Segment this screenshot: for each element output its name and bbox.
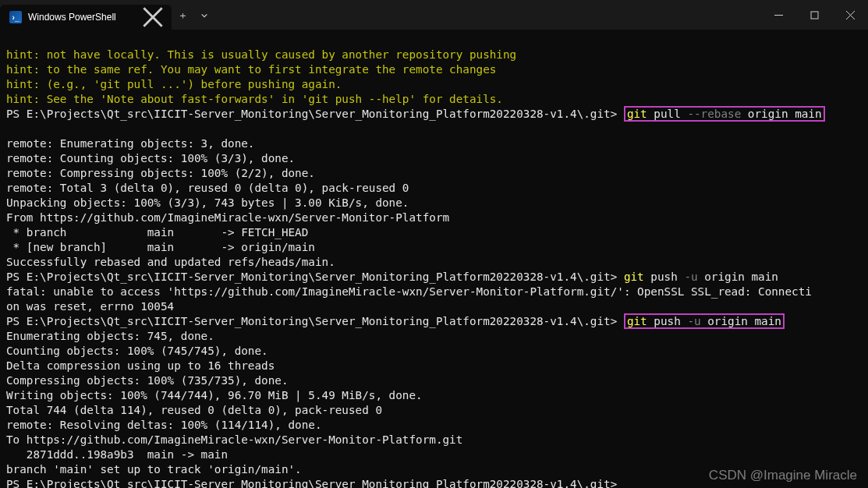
output-line: Total 744 (delta 114), reused 0 (delta 0…: [6, 404, 382, 416]
terminal-output[interactable]: hint: not have locally. This is usually …: [0, 30, 868, 488]
new-tab-button[interactable]: ＋: [172, 5, 193, 27]
powershell-icon: ›_: [9, 11, 22, 23]
output-line: Compressing objects: 100% (735/735), don…: [6, 374, 289, 387]
watermark: CSDN @Imagine Miracle: [709, 468, 857, 483]
hint-line: hint: to the same ref. You may want to f…: [6, 63, 496, 76]
output-line: remote: Enumerating objects: 3, done.: [6, 137, 254, 150]
hint-line: hint: See the 'Note about fast-forwards'…: [6, 93, 503, 105]
output-line: Unpacking objects: 100% (3/3), 743 bytes…: [6, 196, 409, 209]
output-line: * branch main -> FETCH_HEAD: [6, 226, 308, 239]
tab-title: Windows PowerShell: [28, 12, 136, 23]
output-line: remote: Resolving deltas: 100% (114/114)…: [6, 419, 322, 431]
hint-line: hint: (e.g., 'git pull ...') before push…: [6, 78, 342, 90]
svg-rect-0: [811, 12, 818, 19]
highlighted-command: git push -u origin main: [624, 313, 785, 329]
hint-line: hint: not have locally. This is usually …: [6, 48, 516, 61]
close-tab-button[interactable]: [142, 6, 164, 28]
prompt: PS E:\Projects\Qt_src\IICIT-Server_Monit…: [6, 108, 617, 120]
prompt: PS E:\Projects\Qt_src\IICIT-Server_Monit…: [6, 271, 617, 283]
close-window-button[interactable]: [832, 0, 868, 30]
window-controls: [760, 0, 868, 30]
output-line: * [new branch] main -> origin/main: [6, 241, 315, 253]
prompt: PS E:\Projects\Qt_src\IICIT-Server_Monit…: [6, 478, 617, 488]
output-line: Successfully rebased and updated refs/he…: [6, 256, 335, 268]
output-line: remote: Total 3 (delta 0), reused 0 (del…: [6, 182, 409, 194]
output-line: Writing objects: 100% (744/744), 96.70 M…: [6, 389, 423, 401]
output-line: remote: Compressing objects: 100% (2/2),…: [6, 167, 315, 179]
output-line: From https://github.com/ImagineMiracle-w…: [6, 211, 449, 224]
tab-dropdown-button[interactable]: [193, 5, 215, 27]
output-line: remote: Counting objects: 100% (3/3), do…: [6, 152, 295, 164]
minimize-button[interactable]: [760, 0, 796, 30]
error-line: fatal: unable to access 'https://github.…: [6, 285, 812, 298]
prompt: PS E:\Projects\Qt_src\IICIT-Server_Monit…: [6, 315, 617, 327]
output-line: branch 'main' set up to track 'origin/ma…: [6, 463, 302, 476]
output-line: Delta compression using up to 16 threads: [6, 359, 275, 372]
output-line: 2871ddd..198a9b3 main -> main: [6, 448, 228, 461]
output-line: Counting objects: 100% (745/745), done.: [6, 345, 268, 357]
output-line: Enumerating objects: 745, done.: [6, 330, 214, 342]
titlebar: ›_ Windows PowerShell ＋: [0, 0, 868, 30]
highlighted-command: git pull --rebase origin main: [624, 106, 825, 122]
maximize-button[interactable]: [796, 0, 832, 30]
tab-powershell[interactable]: ›_ Windows PowerShell: [0, 5, 172, 30]
error-line: on was reset, errno 10054: [6, 300, 174, 313]
output-line: To https://github.com/ImagineMiracle-wxn…: [6, 433, 462, 446]
